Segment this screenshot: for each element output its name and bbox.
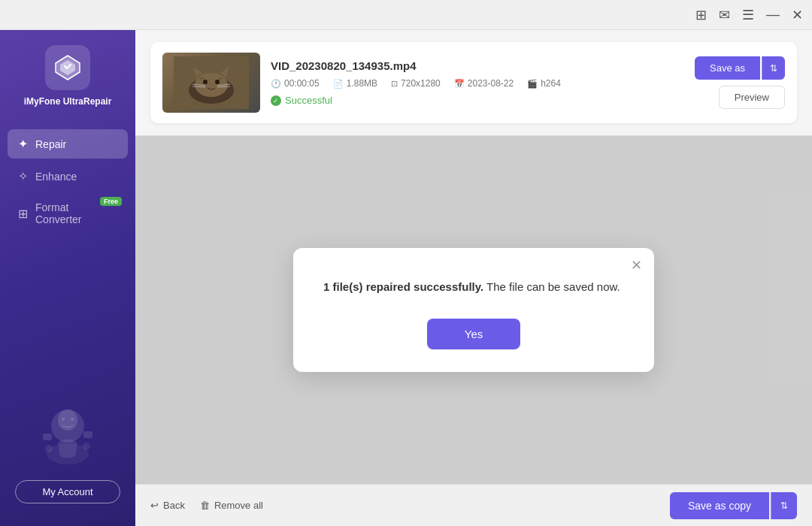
repair-icon: ✦ (18, 137, 28, 151)
svg-rect-5 (83, 431, 92, 438)
modal-actions: Yes (323, 319, 624, 349)
file-resolution: ⊡ 720x1280 (391, 78, 441, 89)
save-as-copy-button[interactable]: Save as copy (670, 492, 769, 519)
back-icon: ↩ (150, 500, 159, 511)
menu-icon[interactable]: ☰ (742, 7, 754, 23)
free-badge: Free (100, 197, 122, 206)
back-button[interactable]: ↩ Back (150, 500, 185, 511)
save-as-copy-dropdown-button[interactable]: ⇅ (771, 492, 797, 519)
sidebar-item-enhance[interactable]: ✧ Enhance (8, 162, 128, 191)
enhance-icon: ✧ (18, 169, 28, 183)
bottom-bar-left: ↩ Back 🗑 Remove all (150, 500, 670, 511)
file-icon: 📄 (333, 79, 344, 89)
sidebar-item-label-repair: Repair (35, 138, 66, 150)
svg-point-2 (62, 418, 65, 421)
file-actions: Save as ⇅ Preview (695, 56, 785, 109)
bottom-bar-right: Save as copy ⇅ (670, 492, 797, 519)
file-codec: 🎬 h264 (527, 78, 561, 89)
save-as-row: Save as ⇅ (695, 56, 785, 80)
remove-all-button[interactable]: 🗑 Remove all (200, 500, 263, 511)
modal-dialog: ✕ 1 file(s) repaired successfully. The f… (293, 248, 654, 372)
modal-message-rest: The file can be saved now. (483, 280, 620, 293)
codec-icon: 🎬 (527, 79, 538, 89)
grid-icon[interactable]: ⊞ (695, 7, 707, 23)
format-icon: ⊞ (18, 207, 28, 221)
file-card: VID_20230820_134935.mp4 🕐 00:00:05 📄 1.8… (150, 42, 797, 123)
save-as-dropdown-button[interactable]: ⇅ (762, 56, 785, 80)
file-status: ✓ Successful (271, 95, 684, 106)
preview-button[interactable]: Preview (719, 86, 785, 109)
content-area: ✕ 1 file(s) repaired successfully. The f… (135, 136, 812, 484)
file-date: 📅 2023-08-22 (454, 78, 514, 89)
title-bar: ⊞ ✉ ☰ — ✕ (0, 0, 812, 30)
sidebar-item-format-converter[interactable]: ⊞ Format Converter Free (8, 194, 128, 233)
file-duration: 🕐 00:00:05 (271, 78, 320, 89)
sidebar-item-repair[interactable]: ✦ Repair (8, 129, 128, 159)
file-duration-value: 00:00:05 (284, 78, 320, 89)
modal-message-bold: 1 file(s) repaired successfully. (323, 280, 483, 293)
sidebar-illustration (23, 396, 113, 471)
svg-point-3 (71, 418, 74, 421)
file-resolution-value: 720x1280 (401, 78, 441, 89)
sidebar: iMyFone UltraRepair ✦ Repair ✧ Enhance ⊞… (0, 30, 135, 526)
bottom-bar: ↩ Back 🗑 Remove all Save as copy ⇅ (135, 484, 812, 526)
minimize-icon[interactable]: — (766, 7, 780, 23)
status-icon: ✓ (271, 95, 281, 106)
file-meta: 🕐 00:00:05 📄 1.88MB ⊡ 720x1280 📅 (271, 78, 684, 89)
file-info: VID_20230820_134935.mp4 🕐 00:00:05 📄 1.8… (271, 59, 684, 106)
resolution-icon: ⊡ (391, 79, 398, 89)
modal-yes-button[interactable]: Yes (427, 319, 520, 349)
close-icon[interactable]: ✕ (792, 7, 803, 23)
main-content: VID_20230820_134935.mp4 🕐 00:00:05 📄 1.8… (135, 30, 812, 526)
file-area: VID_20230820_134935.mp4 🕐 00:00:05 📄 1.8… (135, 30, 812, 136)
save-as-button[interactable]: Save as (695, 56, 760, 80)
svg-rect-4 (43, 434, 52, 440)
logo-icon (45, 45, 90, 90)
sidebar-nav: ✦ Repair ✧ Enhance ⊞ Format Converter Fr… (0, 129, 135, 388)
thumbnail-image (162, 53, 260, 113)
file-thumbnail (162, 53, 260, 113)
svg-point-13 (203, 80, 208, 84)
file-name: VID_20230820_134935.mp4 (271, 59, 684, 72)
modal-message: 1 file(s) repaired successfully. The fil… (323, 278, 624, 296)
app-body: iMyFone UltraRepair ✦ Repair ✧ Enhance ⊞… (0, 30, 812, 526)
sidebar-bottom: My Account (0, 388, 135, 511)
svg-point-7 (83, 443, 90, 450)
my-account-button[interactable]: My Account (15, 480, 120, 503)
svg-point-14 (215, 80, 220, 84)
modal-overlay: ✕ 1 file(s) repaired successfully. The f… (135, 136, 812, 484)
svg-point-6 (45, 445, 53, 452)
trash-icon: 🗑 (200, 500, 210, 511)
mail-icon[interactable]: ✉ (719, 7, 730, 23)
logo-text: iMyFone UltraRepair (24, 96, 112, 107)
file-date-value: 2023-08-22 (468, 78, 514, 89)
back-label: Back (163, 500, 185, 511)
status-label: Successful (285, 95, 332, 106)
sidebar-item-label-enhance: Enhance (35, 171, 77, 183)
sidebar-logo: iMyFone UltraRepair (0, 45, 135, 107)
file-codec-value: h264 (541, 78, 561, 89)
remove-all-label: Remove all (214, 500, 263, 511)
calendar-icon: 📅 (454, 79, 465, 89)
clock-icon: 🕐 (271, 79, 281, 89)
modal-close-button[interactable]: ✕ (631, 258, 642, 272)
file-size-value: 1.88MB (347, 78, 377, 89)
file-size: 📄 1.88MB (333, 78, 377, 89)
